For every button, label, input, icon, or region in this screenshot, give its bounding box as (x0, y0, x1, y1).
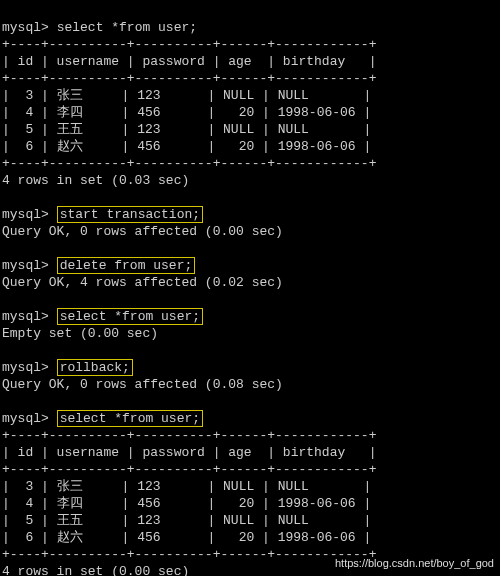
table-border: +----+----------+----------+------+-----… (2, 428, 376, 443)
terminal[interactable]: mysql> select *from user; +----+--------… (0, 0, 500, 576)
empty-set: Empty set (0.00 sec) (2, 326, 158, 341)
table-header: | id | username | password | age | birth… (2, 445, 376, 460)
table-row: | 4 | 李四 | 456 | 20 | 1998-06-06 | (2, 105, 371, 120)
sql-rollback: rollback; (57, 359, 133, 376)
table-row: | 5 | 王五 | 123 | NULL | NULL | (2, 122, 371, 137)
query-ok: Query OK, 0 rows affected (0.08 sec) (2, 377, 283, 392)
table-border: +----+----------+----------+------+-----… (2, 156, 376, 171)
query-ok: Query OK, 4 rows affected (0.02 sec) (2, 275, 283, 290)
table-border: +----+----------+----------+------+-----… (2, 462, 376, 477)
rows-summary: 4 rows in set (0.03 sec) (2, 173, 189, 188)
prompt: mysql> (2, 20, 49, 35)
table-row: | 4 | 李四 | 456 | 20 | 1998-06-06 | (2, 496, 371, 511)
sql-delete: delete from user; (57, 257, 196, 274)
prompt: mysql> (2, 258, 49, 273)
table-border: +----+----------+----------+------+-----… (2, 37, 376, 52)
table-row: | 6 | 赵六 | 456 | 20 | 1998-06-06 | (2, 139, 371, 154)
table-header: | id | username | password | age | birth… (2, 54, 376, 69)
table-row: | 5 | 王五 | 123 | NULL | NULL | (2, 513, 371, 528)
prompt: mysql> (2, 411, 49, 426)
table-row: | 3 | 张三 | 123 | NULL | NULL | (2, 479, 371, 494)
prompt: mysql> (2, 207, 49, 222)
table-border: +----+----------+----------+------+-----… (2, 547, 376, 562)
prompt: mysql> (2, 360, 49, 375)
sql-start-transaction: start transaction; (57, 206, 203, 223)
prompt: mysql> (2, 309, 49, 324)
query-ok: Query OK, 0 rows affected (0.00 sec) (2, 224, 283, 239)
rows-summary: 4 rows in set (0.00 sec) (2, 564, 189, 576)
watermark: https://blog.csdn.net/boy_of_god (335, 555, 494, 572)
sql-select: select *from user; (57, 20, 197, 35)
table-border: +----+----------+----------+------+-----… (2, 71, 376, 86)
sql-select: select *from user; (57, 308, 203, 325)
sql-select: select *from user; (57, 410, 203, 427)
table-row: | 6 | 赵六 | 456 | 20 | 1998-06-06 | (2, 530, 371, 545)
table-row: | 3 | 张三 | 123 | NULL | NULL | (2, 88, 371, 103)
